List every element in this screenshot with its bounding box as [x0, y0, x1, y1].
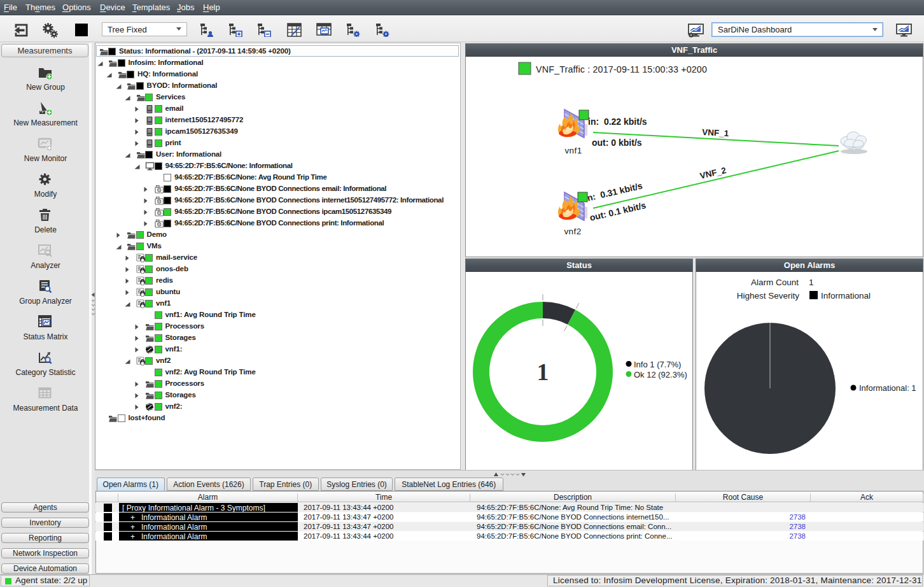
svg-text:VNF_Traffic : 2017-09-11 15:00: VNF_Traffic : 2017-09-11 15:00:33 +0200 — [536, 64, 707, 74]
svg-text:out: 0.1 kbit/s: out: 0.1 kbit/s — [589, 200, 647, 223]
svg-text:VNF_1: VNF_1 — [702, 127, 729, 138]
svg-text:Informational: 1: Informational: 1 — [859, 383, 916, 393]
svg-text:1: 1 — [809, 278, 814, 287]
svg-text:1: 1 — [537, 358, 549, 385]
svg-text:n: 0.31 kbit/s: n: 0.31 kbit/s — [586, 180, 643, 203]
svg-text:vnf1: vnf1 — [564, 146, 582, 155]
svg-text:vnf2: vnf2 — [564, 227, 581, 236]
svg-text:Ok 12 (92.3%): Ok 12 (92.3%) — [634, 370, 687, 379]
svg-text:in: 0.22 kbit/s: in: 0.22 kbit/s — [588, 117, 647, 127]
svg-text:Info 1 (7.7%): Info 1 (7.7%) — [634, 360, 681, 369]
svg-text:Informational: Informational — [821, 291, 871, 301]
svg-text:out: 0 kbit/s: out: 0 kbit/s — [592, 138, 642, 148]
svg-text:Highest Severity: Highest Severity — [737, 291, 800, 301]
svg-text:Alarm Count: Alarm Count — [751, 278, 799, 287]
